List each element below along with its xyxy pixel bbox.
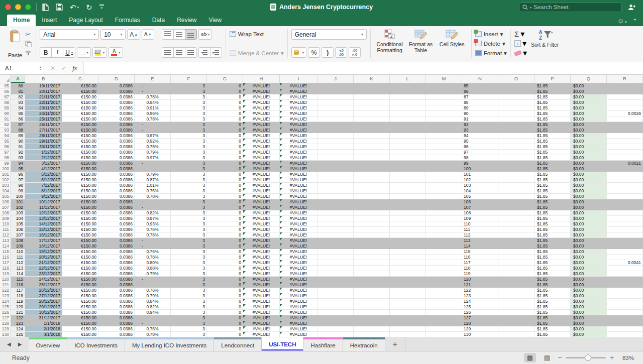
cell-P89[interactable]: $1.85 [534,105,571,111]
cell-L129[interactable] [390,326,426,332]
cell-F111[interactable]: 3 [171,227,207,232]
paste-button[interactable]: Paste [5,28,25,59]
cell-E125[interactable]: 0.82% [135,304,171,310]
cell-A112[interactable]: 107 [11,232,25,238]
cell-F86[interactable]: 3 [171,89,207,94]
cell-J92[interactable] [317,122,354,128]
cell-J96[interactable] [317,144,354,150]
cell-C105[interactable]: €150.00 [62,194,98,199]
cell-I104[interactable]: #VALUE! [280,188,317,194]
feedback-smiley-icon[interactable]: ☺▾ [617,17,627,25]
cell-C121[interactable]: €150.00 [62,282,98,288]
cell-Q108[interactable]: $0.00 [571,210,607,216]
cell-C88[interactable]: €150.00 [62,100,98,105]
cell-B103[interactable]: 7/12/2017 [25,183,62,188]
cell-E126[interactable]: 0.94% [135,310,171,315]
cell-E109[interactable]: 0.87% [135,216,171,221]
cell-C120[interactable]: €150.00 [62,277,98,282]
cell-R87[interactable] [607,94,643,100]
cell-A86[interactable]: 81 [11,89,25,94]
delete-cells-button[interactable]: Delete▾ [475,39,505,48]
row-header-92[interactable]: 92 [0,122,11,128]
cell-K123[interactable] [354,293,390,299]
cell-I96[interactable]: #VALUE! [280,144,317,150]
cell-A116[interactable]: 111 [11,255,25,260]
cell-F112[interactable]: 3 [171,232,207,238]
row-header-100[interactable]: 100 [0,166,11,172]
row-header-117[interactable]: 117 [0,260,11,266]
row-header-95[interactable]: 95 [0,139,11,144]
cell-R99[interactable]: 0.0021 [607,161,643,166]
cell-B119[interactable]: 23/12/2017 [25,271,62,277]
row-header-96[interactable]: 96 [0,144,11,150]
cell-D109[interactable]: 0.0386 [98,216,135,221]
cell-I117[interactable]: #VALUE! [280,260,317,266]
cell-B104[interactable]: 8/12/2017 [25,188,62,194]
row-header-105[interactable]: 105 [0,194,11,199]
cell-H118[interactable]: #VALUE! [243,266,280,271]
enter-icon[interactable]: ✓ [61,65,66,72]
cell-D119[interactable]: 0.0386 [98,271,135,277]
cell-M108[interactable] [426,210,462,216]
cell-Q94[interactable]: $0.00 [571,133,607,139]
cell-M106[interactable] [426,199,462,205]
cell-N110[interactable]: 110 [462,221,498,227]
cell-D89[interactable]: 0.0386 [98,105,135,111]
cell-H102[interactable]: #VALUE! [243,177,280,183]
cell-Q126[interactable]: $0.00 [571,310,607,315]
cell-L97[interactable] [390,150,426,155]
insert-function-icon[interactable]: fx [72,64,77,72]
cell-E91[interactable]: 0.78% [135,116,171,122]
cell-Q115[interactable]: $0.00 [571,249,607,255]
cell-P96[interactable]: $1.85 [534,144,571,150]
cell-F91[interactable]: 3 [171,116,207,122]
cell-E111[interactable]: 0.76% [135,227,171,232]
cell-R130[interactable] [607,332,643,337]
cell-H95[interactable]: #VALUE! [243,139,280,144]
cell-O120[interactable] [498,277,534,282]
ribbon-tab-view[interactable]: View [202,15,228,26]
cell-L123[interactable] [390,293,426,299]
cell-N108[interactable]: 108 [462,210,498,216]
cell-Q121[interactable]: $0.00 [571,282,607,288]
cell-P85[interactable]: $1.85 [534,83,571,89]
cell-M124[interactable] [426,299,462,304]
cell-I108[interactable]: #VALUE! [280,210,317,216]
cell-A103[interactable]: 98 [11,183,25,188]
cell-O89[interactable] [498,105,534,111]
cell-L128[interactable] [390,321,426,326]
cell-D102[interactable]: 0.0386 [98,177,135,183]
cell-L117[interactable] [390,260,426,266]
cell-K98[interactable] [354,155,390,161]
cell-F113[interactable]: 3 [171,238,207,244]
cell-M99[interactable] [426,161,462,166]
cell-B97[interactable]: 1/12/2017 [25,150,62,155]
cell-M88[interactable] [426,100,462,105]
cell-D93[interactable]: 0.0386 [98,128,135,133]
increase-indent-button[interactable]: ▸ [210,47,222,58]
cell-G101[interactable]: 0 [207,172,243,177]
cell-Q109[interactable]: $0.00 [571,216,607,221]
cell-A93[interactable]: 88 [11,128,25,133]
row-header-109[interactable]: 109 [0,216,11,221]
cell-Q87[interactable]: $0.00 [571,94,607,100]
cell-F125[interactable]: 3 [171,304,207,310]
cell-G114[interactable]: 0 [207,244,243,249]
row-header-99[interactable]: 99 [0,161,11,166]
cell-H112[interactable]: #VALUE! [243,232,280,238]
cell-I95[interactable]: #VALUE! [280,139,317,144]
cell-H110[interactable]: #VALUE! [243,221,280,227]
cell-C110[interactable]: €150.00 [62,221,98,227]
cell-F88[interactable]: 3 [171,100,207,105]
cell-G90[interactable]: 0 [207,111,243,116]
cell-J85[interactable] [317,83,354,89]
cell-D120[interactable]: 0.0386 [98,277,135,282]
cell-B123[interactable]: 27/12/2017 [25,293,62,299]
cell-G106[interactable]: 0 [207,199,243,205]
cell-L85[interactable] [390,83,426,89]
cell-Q91[interactable]: $0.00 [571,116,607,122]
cell-I124[interactable]: #VALUE! [280,299,317,304]
cell-D124[interactable]: 0.0386 [98,299,135,304]
row-header-122[interactable]: 122 [0,288,11,293]
cell-L93[interactable] [390,128,426,133]
